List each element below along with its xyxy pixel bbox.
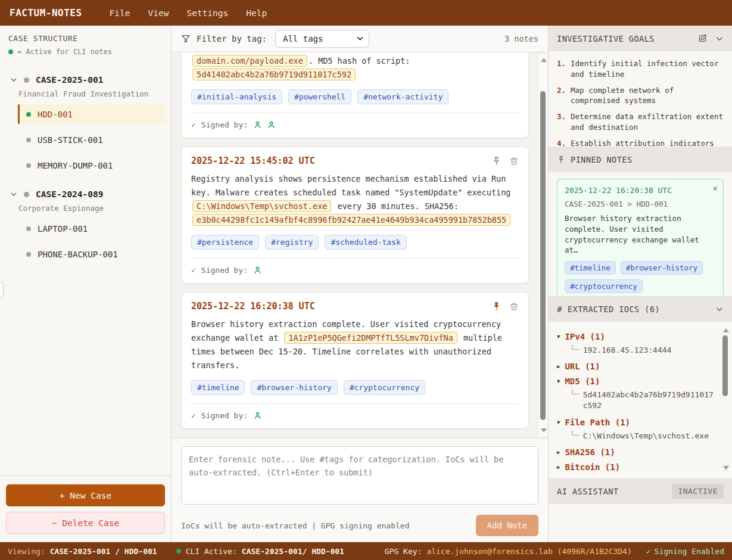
new-case-button[interactable]: + New Case — [6, 484, 165, 506]
scroll-up-arrow[interactable] — [723, 328, 729, 332]
pin-filled-icon[interactable] — [491, 301, 502, 312]
goals-list: 1.Identify initial infection vector and … — [549, 51, 732, 147]
goal-text: Identify initial infection vector and ti… — [571, 58, 725, 80]
tag-chip[interactable]: #cryptocurrency — [565, 279, 643, 293]
pinned-notes-body: × 2025-12-22 16:20:38 UTC CASE-2025-001 … — [549, 172, 732, 296]
evidence-item-hdd-001[interactable]: HDD-001 — [18, 104, 165, 124]
ioc-entry[interactable]: C:\Windows\Temp\svchost.exe — [557, 431, 714, 441]
active-dot-icon — [8, 49, 13, 54]
scroll-up-arrow[interactable] — [541, 58, 547, 62]
close-icon[interactable]: × — [713, 183, 718, 193]
pinned-excerpt: Browser history extraction complete. Use… — [565, 213, 716, 256]
tag-filter-select[interactable]: All tags — [275, 30, 369, 48]
tag-chip[interactable]: #registry — [265, 235, 319, 250]
case-label: CASE-2024-089 — [36, 189, 104, 199]
ioc-category-md5[interactable]: MD5 (1) — [557, 377, 714, 386]
triangle-down-icon — [557, 378, 560, 384]
cli-active-dot — [176, 549, 181, 553]
pin-icon — [557, 155, 565, 164]
tag-chip[interactable]: #persistence — [191, 235, 259, 250]
cli-active-label: CLI Active: — [186, 547, 237, 556]
evidence-item-laptop-001[interactable]: LAPTOP-001 — [18, 219, 171, 238]
case-group: CASE-2024-089 Corporate Espionage LAPTOP… — [0, 186, 171, 264]
note-body: Browser history extraction complete. Use… — [191, 318, 519, 372]
signed-by-label: Signed by: — [201, 266, 248, 275]
ioc-category-ipv4[interactable]: IPv4 (1) — [557, 332, 714, 341]
iocs-scrollbar[interactable] — [721, 325, 729, 474]
ioc-category-file-path[interactable]: File Path (1) — [557, 418, 714, 427]
case-group: CASE-2025-001 Financial Fraud Investigat… — [0, 71, 171, 175]
menu-item-file[interactable]: File — [110, 8, 130, 18]
check-icon — [191, 411, 196, 420]
sidebar-scroll-handle[interactable] — [0, 282, 4, 298]
note-actions — [491, 156, 519, 166]
gpg-key-label: GPG Key: — [385, 547, 422, 556]
tag-chip[interactable]: #cryptocurrency — [344, 380, 425, 395]
trash-icon[interactable] — [509, 301, 519, 312]
pin-icon[interactable] — [491, 156, 502, 166]
composer-hint: IoCs will be auto-extracted | GPG signin… — [181, 521, 410, 530]
menu-item-settings[interactable]: Settings — [186, 8, 228, 18]
tag-chip[interactable]: #timeline — [565, 261, 616, 275]
ioc-entry[interactable]: 192.168.45.123:4444 — [557, 345, 714, 356]
notes-scrollbar[interactable] — [539, 54, 547, 436]
ioc-entry[interactable]: 5d41402abc4b2a76b9719d911017c592 — [557, 390, 714, 411]
ioc-chip[interactable]: C:\Windows\Temp\svchost.exe — [192, 200, 331, 212]
signed-by-label: Signed by: — [201, 411, 248, 420]
trash-icon[interactable] — [509, 156, 519, 166]
menu-item-view[interactable]: View — [148, 8, 169, 18]
tag-chip[interactable]: #network-activity — [357, 89, 448, 104]
tag-chip[interactable]: #timeline — [191, 380, 245, 395]
goals-header: INVESTIGATIVE GOALS — [549, 26, 732, 51]
viewing-label: Viewing: — [8, 547, 45, 556]
evidence-label: HDD-001 — [38, 110, 73, 119]
note-tags: #initial-analysis#powershell#network-act… — [191, 89, 519, 104]
ioc-category-sha256[interactable]: SHA256 (1) — [557, 447, 714, 457]
case-status-dot — [24, 192, 29, 197]
evidence-dot — [26, 226, 31, 231]
ioc-category-bitcoin[interactable]: Bitcoin (1) — [557, 462, 714, 472]
note-actions — [491, 301, 519, 312]
chevron-down-icon[interactable] — [715, 305, 724, 313]
evidence-label: LAPTOP-001 — [38, 224, 88, 234]
ioc-category-url[interactable]: URL (1) — [557, 362, 714, 371]
ioc-chip[interactable]: 5d41402abc4b2a76b9719d911017c592 — [192, 69, 356, 80]
add-note-button[interactable]: Add Note — [476, 515, 538, 536]
chevron-down-icon[interactable] — [715, 35, 724, 43]
note-header: 2025-12-22 16:20:38 UTC — [191, 301, 519, 312]
menu-item-help[interactable]: Help — [246, 8, 267, 18]
evidence-item-phone-backup-001[interactable]: PHONE-BACKUP-001 — [18, 244, 171, 264]
case-row-2025-001[interactable]: CASE-2025-001 — [0, 71, 171, 88]
tree-branch-icon — [570, 431, 580, 441]
scrollbar-thumb[interactable] — [722, 335, 728, 396]
evidence-active-dot — [26, 112, 31, 117]
scroll-down-arrow[interactable] — [723, 466, 729, 470]
pinned-note-card[interactable]: × 2025-12-22 16:20:38 UTC CASE-2025-001 … — [557, 179, 724, 296]
ioc-chip[interactable]: domain.com/payload.exe — [192, 55, 307, 67]
case-row-2024-089[interactable]: CASE-2024-089 — [0, 186, 171, 203]
evidence-item-memory-dump-001[interactable]: MEMORY-DUMP-001 — [18, 155, 171, 175]
scrollbar-thumb[interactable] — [540, 91, 546, 420]
tree-branch-icon — [570, 390, 580, 411]
goal-number: 2. — [557, 85, 566, 107]
delete-case-button[interactable]: − Delete Case — [6, 512, 165, 534]
tag-chip[interactable]: #scheduled-task — [325, 235, 406, 250]
note-text: every 30 minutes. SHA256: — [332, 201, 458, 211]
chevron-down-icon — [10, 191, 17, 198]
check-icon — [191, 266, 196, 275]
tag-chip[interactable]: #browser-history — [251, 380, 337, 395]
ioc-chip[interactable]: 1A1zP1eP5QGefi2DMPTfTL5SLmv7DivfNa — [284, 332, 457, 344]
tag-chip[interactable]: #powershell — [288, 89, 351, 104]
edit-icon[interactable] — [698, 34, 707, 43]
tag-chip[interactable]: #browser-history — [621, 261, 703, 275]
ioc-chip[interactable]: e3b0c44298fc1c149afbf4c8996fb92427ae41e4… — [192, 214, 510, 226]
scroll-down-arrow[interactable] — [541, 428, 547, 433]
triangle-right-icon — [557, 363, 560, 369]
note-header: 2025-12-22 15:45:02 UTC — [191, 155, 519, 166]
note-input[interactable] — [181, 446, 538, 505]
check-icon — [646, 547, 651, 556]
notes-list: domain.com/payload.exe. MD5 hash of scri… — [172, 52, 548, 438]
signer-icons — [253, 120, 276, 129]
evidence-item-usb-stick-001[interactable]: USB-STICK-001 — [18, 130, 171, 150]
tag-chip[interactable]: #initial-analysis — [191, 89, 282, 104]
